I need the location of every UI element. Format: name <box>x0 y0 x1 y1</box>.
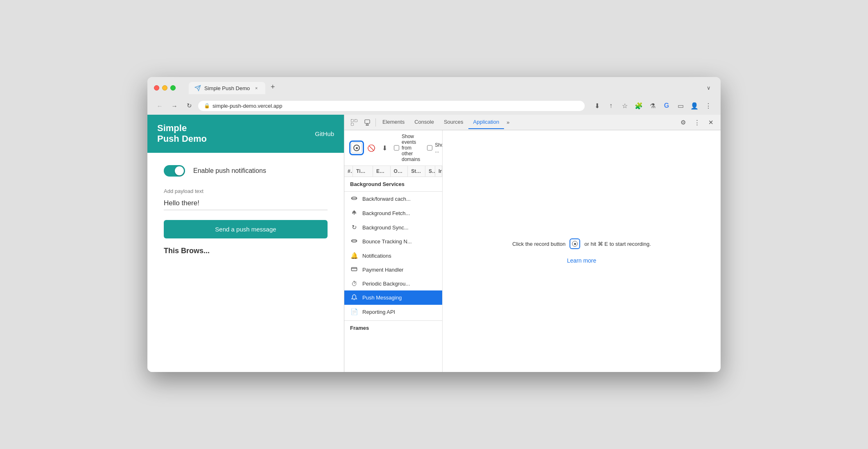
sidebar-item-backforward[interactable]: Back/forward cach... <box>344 192 442 206</box>
col-storage: Storage ... <box>408 166 425 177</box>
push-notifications-toggle[interactable] <box>164 165 185 177</box>
reporting-icon: 📄 <box>350 308 358 315</box>
col-event: Event <box>373 166 391 177</box>
lab-icon[interactable]: ⚗ <box>647 100 658 111</box>
tab-sources[interactable]: Sources <box>439 116 468 129</box>
show-events-checkbox-label[interactable]: Show events from other domains <box>394 134 420 162</box>
devtools-main-content: Click the record button or hit ⌘ E to st… <box>443 130 721 372</box>
record-button-highlighted[interactable] <box>349 141 364 155</box>
tab-application[interactable]: Application <box>468 116 504 129</box>
record-instruction-text: Click the record button <box>512 241 565 247</box>
devtools-tab-divider <box>375 118 376 127</box>
profile-icon[interactable]: 👤 <box>689 100 700 111</box>
periodic-icon: ⏱ <box>350 280 358 287</box>
bookmark-icon[interactable]: ☆ <box>619 100 631 111</box>
sidebar-item-label: Back/forward cach... <box>362 196 411 202</box>
site-body: Enable push notifications Add payload te… <box>147 153 344 372</box>
minimize-traffic-light[interactable] <box>162 85 167 91</box>
github-link[interactable]: GitHub <box>315 130 334 137</box>
google-icon[interactable]: G <box>661 100 672 111</box>
bounce-icon <box>350 238 358 245</box>
tab-close-button[interactable]: × <box>253 85 260 91</box>
maximize-traffic-light[interactable] <box>170 85 176 91</box>
learn-more-link[interactable]: Learn more <box>567 257 597 264</box>
payload-section: Add payload text <box>164 188 328 210</box>
sidebar-item-bounce[interactable]: Bounce Tracking N... <box>344 234 442 249</box>
show-checkbox[interactable] <box>427 145 432 151</box>
download-icon[interactable]: ⬇ <box>591 100 603 111</box>
share-icon[interactable]: ↑ <box>605 100 617 111</box>
content-area: Simple Push Demo GitHub Enable push noti… <box>147 115 721 372</box>
background-services-header: Background Services <box>344 177 442 192</box>
devtools-body: 🚫 ⬇ Show events from other domains Show … <box>344 130 721 372</box>
sidebar-item-bgsync[interactable]: ↻ Background Sync... <box>344 220 442 234</box>
record-bar: 🚫 ⬇ Show events from other domains Show … <box>344 130 442 166</box>
forward-button[interactable]: → <box>169 100 180 111</box>
push-icon <box>350 294 358 302</box>
menu-icon[interactable]: ⋮ <box>703 100 714 111</box>
devtools-close-icon[interactable]: ✕ <box>704 116 717 129</box>
tab-elements[interactable]: Elements <box>377 116 409 129</box>
devtools-tabs: Elements Console Sources Application » ⚙… <box>344 115 721 130</box>
devtools-menu-icon[interactable]: ⋮ <box>690 116 703 129</box>
devtools-inspect-icon[interactable] <box>348 116 361 129</box>
sidebar-item-label: Background Fetch... <box>362 210 410 216</box>
record-instruction: Click the record button or hit ⌘ E to st… <box>512 238 651 249</box>
col-s: S... <box>425 166 435 177</box>
backforward-icon <box>350 195 358 203</box>
record-button-inline[interactable] <box>570 238 580 249</box>
download-button[interactable]: ⬇ <box>382 142 387 154</box>
sidebar-item-push-messaging[interactable]: Push Messaging <box>344 290 442 305</box>
sidebar-item-label: Push Messaging <box>362 295 402 301</box>
send-push-button[interactable]: Send a push message <box>164 220 328 238</box>
site-title: Simple Push Demo <box>157 123 207 145</box>
devtools-sidebar: 🚫 ⬇ Show events from other domains Show … <box>344 130 443 372</box>
traffic-lights <box>154 85 176 91</box>
col-instance: Instance... <box>435 166 442 177</box>
record-button-dot <box>574 243 576 245</box>
back-button[interactable]: ← <box>154 100 165 111</box>
toggle-knob <box>175 166 184 175</box>
tab-console[interactable]: Console <box>409 116 439 129</box>
website-panel: Simple Push Demo GitHub Enable push noti… <box>147 115 344 372</box>
svg-rect-14 <box>351 268 357 271</box>
this-browser-text: This Brows... <box>164 247 328 255</box>
tab-more-button[interactable]: » <box>504 116 512 129</box>
svg-rect-5 <box>365 120 370 123</box>
sidebar-item-label: Notifications <box>362 253 391 259</box>
recording-message-area: Click the record button or hit ⌘ E to st… <box>443 130 721 372</box>
payment-icon <box>350 266 358 274</box>
refresh-button[interactable]: ↻ <box>183 100 195 111</box>
sidebar-item-label: Bounce Tracking N... <box>362 238 412 245</box>
col-timestamp: Timest... <box>353 166 373 177</box>
table-header: # Timest... Event Origin Storage ... S..… <box>344 166 442 177</box>
record-shortcut-text: or hit ⌘ E to start recording. <box>584 241 651 247</box>
svg-rect-2 <box>351 119 354 122</box>
address-bar: ← → ↻ 🔒 simple-push-demo.vercel.app ⬇ ↑ … <box>147 98 721 115</box>
sidebar-item-payment[interactable]: Payment Handler <box>344 263 442 277</box>
sidebar-item-periodic[interactable]: ⏱ Periodic Backgrou... <box>344 277 442 290</box>
sidebar-item-bgfetch[interactable]: Background Fetch... <box>344 206 442 220</box>
show-events-checkbox[interactable] <box>394 145 399 151</box>
devtools-device-icon[interactable] <box>361 116 374 129</box>
sidebar-icon[interactable]: ▭ <box>675 100 686 111</box>
close-traffic-light[interactable] <box>154 85 159 91</box>
notifications-icon: 🔔 <box>350 252 358 259</box>
active-tab[interactable]: Simple Push Demo × <box>189 82 265 94</box>
new-tab-button[interactable]: + <box>267 81 278 93</box>
payload-input[interactable] <box>164 197 328 210</box>
frames-header: Frames <box>344 320 442 335</box>
sidebar-item-reporting[interactable]: 📄 Reporting API <box>344 305 442 319</box>
tab-overflow-button[interactable]: ∨ <box>703 83 714 93</box>
bgfetch-icon <box>350 209 358 217</box>
address-field[interactable]: 🔒 simple-push-demo.vercel.app <box>198 101 585 111</box>
show-checkbox-label[interactable]: Show ... <box>427 142 443 154</box>
sidebar-item-notifications[interactable]: 🔔 Notifications <box>344 249 442 263</box>
devtools-right-icons: ⚙ ⋮ ✕ <box>676 116 717 129</box>
col-origin: Origin <box>391 166 408 177</box>
sidebar-item-label: Reporting API <box>362 309 395 315</box>
devtools-settings-icon[interactable]: ⚙ <box>676 116 689 129</box>
toggle-row: Enable push notifications <box>164 165 328 177</box>
clear-button[interactable]: 🚫 <box>367 142 375 154</box>
extensions-icon[interactable]: 🧩 <box>633 100 644 111</box>
